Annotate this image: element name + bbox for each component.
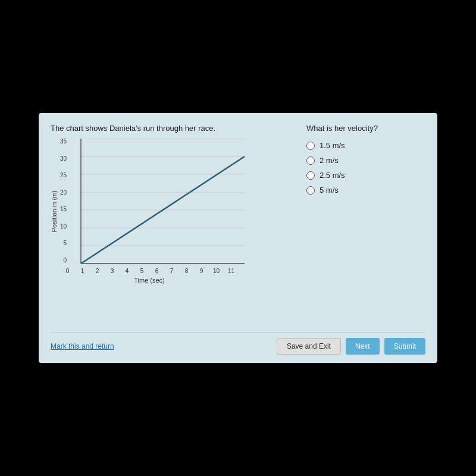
right-panel: What is her velocity? 1.5 m/s 2 m/s 2.5 … <box>295 124 425 327</box>
chart-container: Position in (m) 0 5 10 15 20 25 30 35 <box>51 139 295 284</box>
option-label-2: 2 m/s <box>320 156 339 165</box>
option-4[interactable]: 5 m/s <box>306 186 425 195</box>
y-tick-10: 10 <box>60 224 67 230</box>
x-tick-4: 4 <box>120 268 134 274</box>
y-tick-20: 20 <box>60 190 67 196</box>
option-label-4: 5 m/s <box>320 186 339 195</box>
y-axis-label: Position in (m) <box>51 190 58 232</box>
x-tick-5: 5 <box>134 268 149 274</box>
y-tick-5: 5 <box>60 240 67 246</box>
radio-4[interactable] <box>306 186 315 195</box>
submit-button[interactable]: Submit <box>384 338 425 355</box>
chart-title: The chart shows Daniela's run through he… <box>51 124 295 133</box>
question-title: What is her velocity? <box>306 124 425 133</box>
y-ticks: 0 5 10 15 20 25 30 35 <box>60 139 67 264</box>
footer: Mark this and return Save and Exit Next … <box>51 333 425 355</box>
x-tick-2: 2 <box>90 268 105 274</box>
option-2[interactable]: 2 m/s <box>306 156 425 165</box>
left-panel: The chart shows Daniela's run through he… <box>51 124 295 327</box>
x-tick-10: 10 <box>209 268 224 274</box>
option-3[interactable]: 2.5 m/s <box>306 171 425 180</box>
x-tick-6: 6 <box>149 268 164 274</box>
next-button[interactable]: Next <box>346 338 380 355</box>
y-tick-15: 15 <box>60 206 67 212</box>
radio-2[interactable] <box>306 156 315 165</box>
x-ticks: 0 1 2 3 4 5 6 7 8 9 10 11 <box>60 268 239 274</box>
x-tick-9: 9 <box>194 268 209 274</box>
x-tick-7: 7 <box>164 268 179 274</box>
x-axis-label: Time (sec) <box>60 277 239 284</box>
quiz-screen: The chart shows Daniela's run through he… <box>39 113 437 363</box>
x-tick-8: 8 <box>179 268 194 274</box>
chart-svg <box>69 139 248 267</box>
x-tick-0: 0 <box>60 268 75 274</box>
footer-buttons: Save and Exit Next Submit <box>277 338 425 355</box>
radio-1[interactable] <box>306 142 315 150</box>
mark-and-return-link[interactable]: Mark this and return <box>51 342 114 350</box>
option-1[interactable]: 1.5 m/s <box>306 141 425 150</box>
content-area: The chart shows Daniela's run through he… <box>51 124 425 327</box>
y-tick-25: 25 <box>60 173 67 178</box>
option-label-3: 2.5 m/s <box>320 171 345 180</box>
x-tick-11: 11 <box>224 268 239 274</box>
chart-svg-area: 0 5 10 15 20 25 30 35 <box>60 139 248 267</box>
y-tick-0: 0 <box>60 258 67 264</box>
radio-3[interactable] <box>306 171 315 180</box>
y-tick-35: 35 <box>60 139 67 145</box>
y-tick-30: 30 <box>60 156 67 162</box>
chart-inner: 0 5 10 15 20 25 30 35 <box>60 139 248 284</box>
save-and-exit-button[interactable]: Save and Exit <box>277 338 341 355</box>
x-tick-3: 3 <box>105 268 120 274</box>
option-label-1: 1.5 m/s <box>320 141 345 150</box>
x-tick-1: 1 <box>75 268 90 274</box>
